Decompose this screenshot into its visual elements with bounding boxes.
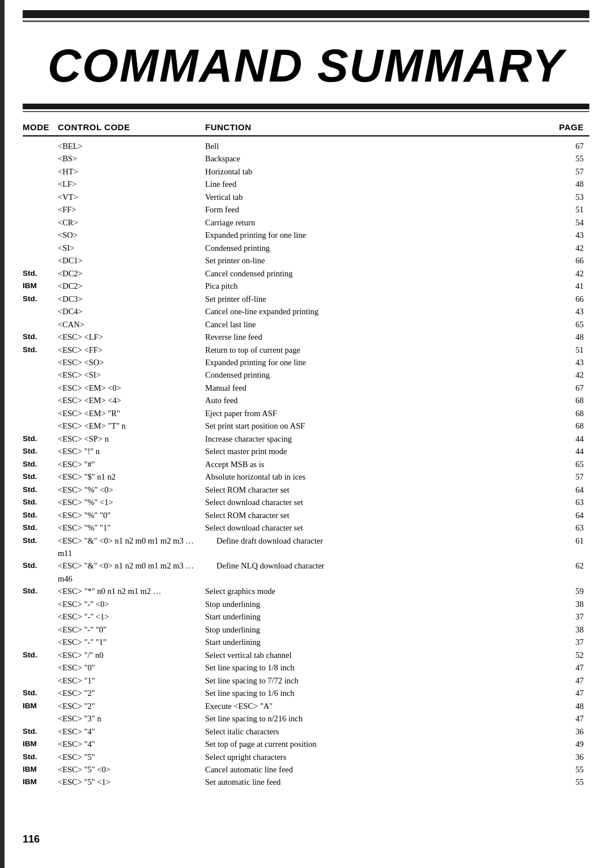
row-function: Set line spacing to 7/72 inch: [205, 674, 544, 687]
row-page: 54: [544, 216, 589, 229]
row-page: 47: [544, 674, 589, 687]
row-mode: [23, 382, 58, 394]
row-function: Backspace: [205, 152, 544, 165]
table-row: <ESC> "-" <0>Stop underlining38: [23, 598, 589, 610]
row-function: Expanded printing for one line: [205, 356, 544, 369]
table-row: <SI>Condensed printing42: [23, 242, 589, 254]
row-function: Start underlining: [205, 636, 544, 648]
row-page: 53: [544, 191, 589, 203]
row-page: 43: [544, 356, 589, 369]
row-function: Stop underlining: [205, 623, 544, 636]
row-function: Select ROM character set: [205, 484, 544, 496]
row-page: 67: [544, 382, 589, 394]
row-code: <ESC> "%" "1": [58, 521, 205, 534]
row-mode: Std.: [23, 471, 58, 483]
row-mode: [23, 242, 58, 254]
row-mode: [23, 356, 58, 369]
row-mode: Std.: [23, 293, 58, 305]
table-row: Std.<ESC> "*" n0 n1 n2 m1 m2 …Select gra…: [23, 585, 589, 597]
row-function: Select master print mode: [205, 445, 544, 457]
row-code: <ESC> "-" <1>: [58, 610, 205, 623]
row-code: <ESC> "4": [58, 725, 205, 738]
row-page: 48: [544, 700, 589, 712]
row-page: 59: [544, 585, 589, 597]
row-page: 44: [544, 445, 589, 457]
table-row: Std.<ESC> "%" "1"Select download charact…: [23, 521, 589, 534]
row-code: <ESC> <EM> <0>: [58, 382, 205, 394]
row-page: 63: [544, 521, 589, 534]
header-mode: MODE: [23, 122, 58, 132]
row-code: <ESC> "5" <1>: [58, 776, 205, 788]
row-mode: Std.: [23, 496, 58, 508]
row-mode: [23, 661, 58, 674]
row-mode: [23, 191, 58, 203]
page-container: COMMAND SUMMARY MODE CONTROL CODE FUNCTI…: [0, 0, 612, 868]
row-mode: [23, 140, 58, 152]
row-code: <FF>: [58, 203, 205, 216]
row-code: <ESC> "%" <0>: [58, 484, 205, 496]
row-page: 55: [544, 152, 589, 165]
row-function: Vertical tab: [205, 191, 544, 203]
row-mode: [23, 216, 58, 229]
row-code: <ESC> <EM> "R": [58, 407, 205, 420]
table-row: <BS>Backspace55: [23, 152, 589, 165]
table-row: <ESC> <EM> "T" nSet print start position…: [23, 420, 589, 432]
row-function: Cancel last line: [205, 318, 544, 331]
table-row: Std.<ESC> "&" <0> n1 n2 m0 m1 m2 m3 …m46…: [23, 559, 589, 585]
row-code: <ESC> "3" n: [58, 712, 205, 725]
row-function: Cancel one-line expanded printing: [205, 305, 544, 318]
row-mode: [23, 636, 58, 648]
row-function: Cancel automatic line feed: [205, 763, 544, 776]
row-mode: [23, 623, 58, 636]
table-row: <ESC> <SO>Expanded printing for one line…: [23, 356, 589, 369]
row-function: Select italic characters: [205, 725, 544, 738]
row-code: <BEL>: [58, 140, 205, 152]
row-function: Eject paper from ASF: [205, 407, 544, 420]
table-row: <CR>Carriage return54: [23, 216, 589, 229]
row-page: 42: [544, 369, 589, 381]
row-code: <ESC> "2": [58, 687, 205, 699]
row-mode: [23, 305, 58, 318]
row-mode: [23, 165, 58, 178]
table-row: <ESC> "-" <1>Start underlining37: [23, 610, 589, 623]
row-function: Select graphics mode: [205, 585, 544, 597]
table-row: Std.<ESC> "%" <0>Select ROM character se…: [23, 484, 589, 496]
row-page: 55: [544, 776, 589, 788]
left-accent-bar: [0, 0, 5, 868]
table-row: <ESC> "0"Set line spacing to 1/8 inch47: [23, 661, 589, 674]
row-page: 48: [544, 331, 589, 343]
row-code: <ESC> <FF>: [58, 344, 205, 356]
row-function: Set print start position on ASF: [205, 420, 544, 432]
table-row: IBM<ESC> "5" <1>Set automatic line feed5…: [23, 776, 589, 788]
table-row: <ESC> "1"Set line spacing to 7/72 inch47: [23, 674, 589, 687]
table-row: Std.<ESC> "%" "0"Select ROM character se…: [23, 509, 589, 521]
row-code: <ESC> "5" <0>: [58, 763, 205, 776]
row-code: <ESC> "/" n0: [58, 649, 205, 661]
table-row: Std.<ESC> "4"Select italic characters36: [23, 725, 589, 738]
row-page: 62: [544, 559, 589, 585]
row-page: 36: [544, 751, 589, 763]
row-code: <ESC> "-" "1": [58, 636, 205, 648]
row-function: Cancel condensed printing: [205, 267, 544, 280]
top-bars: [0, 0, 612, 22]
row-page: 67: [544, 140, 589, 152]
row-function: Set top of page at current position: [205, 738, 544, 750]
row-code: <DC2>: [58, 280, 205, 292]
row-mode: Std.: [23, 509, 58, 521]
row-mode: [23, 254, 58, 267]
table-row: Std.<DC2>Cancel condensed printing42: [23, 267, 589, 280]
row-page: 65: [544, 318, 589, 331]
table-row: IBM<ESC> "4"Set top of page at current p…: [23, 738, 589, 750]
table-row: <ESC> "-" "1"Start underlining37: [23, 636, 589, 648]
row-code: <ESC> "&" <0> n1 n2 m0 m1 m2 m3 …m46: [58, 559, 205, 585]
row-mode: Std.: [23, 445, 58, 457]
row-function: Stop underlining: [205, 598, 544, 610]
row-code: <VT>: [58, 191, 205, 203]
row-code: <LF>: [58, 178, 205, 190]
row-page: 41: [544, 280, 589, 292]
row-mode: [23, 712, 58, 725]
row-function: Horizontal tab: [205, 165, 544, 178]
row-function: Set automatic line feed: [205, 776, 544, 788]
row-page: 43: [544, 229, 589, 241]
row-mode: [23, 369, 58, 381]
